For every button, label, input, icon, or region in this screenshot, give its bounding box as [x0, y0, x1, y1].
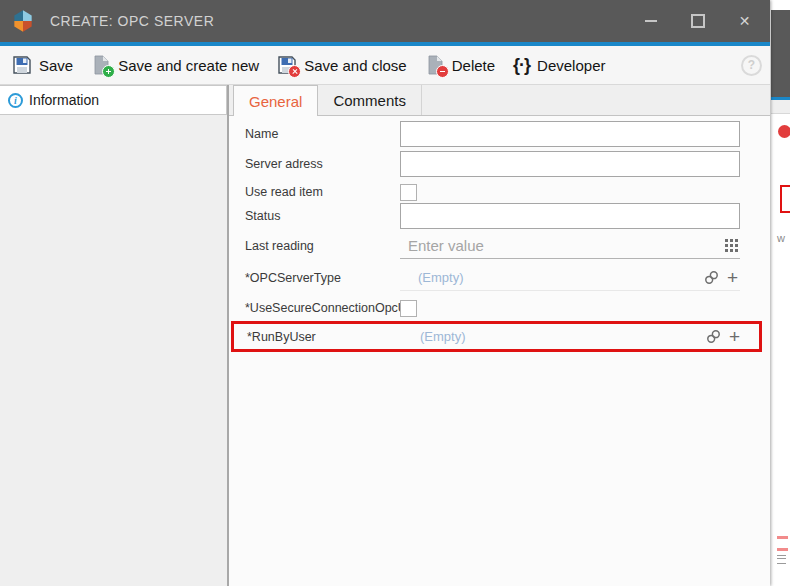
save-and-close-button[interactable]: Save and close	[269, 50, 415, 80]
main-area: i Information General Comments Name Serv…	[0, 85, 770, 586]
app-logo-cube-icon	[10, 8, 36, 34]
server-adress-input[interactable]	[400, 151, 740, 177]
information-tab-label: Information	[29, 92, 99, 108]
last-reading-input[interactable]	[400, 237, 725, 254]
help-icon[interactable]: ?	[741, 55, 762, 76]
background-menu-icon-fragment	[777, 555, 786, 564]
name-label: Name	[245, 127, 400, 141]
developer-label: Developer	[537, 57, 605, 74]
developer-braces-icon: {·}	[513, 56, 530, 74]
window-controls: ✕	[627, 0, 768, 42]
minimize-button[interactable]	[627, 0, 674, 42]
toolbar: Save Save and create new	[0, 46, 770, 85]
save-close-floppy-icon	[277, 55, 297, 75]
developer-button[interactable]: {·} Developer	[505, 50, 613, 80]
link-icon[interactable]	[706, 329, 721, 344]
window-title: CREATE: OPC SERVER	[50, 12, 214, 30]
form-row-name: Name	[229, 121, 770, 147]
runbyuser-field[interactable]: (Empty) +	[402, 324, 742, 350]
content-column: General Comments Name Server adress Use …	[229, 85, 770, 586]
grid-picker-icon[interactable]	[725, 239, 738, 252]
server-adress-label: Server adress	[245, 157, 400, 171]
background-red-dash-fragment	[777, 536, 788, 539]
save-button[interactable]: Save	[4, 50, 81, 80]
close-button[interactable]: ✕	[721, 0, 768, 42]
form-row-server-adress: Server adress	[229, 151, 770, 177]
save-and-close-label: Save and close	[304, 57, 407, 74]
link-icon[interactable]	[704, 270, 719, 285]
use-read-item-checkbox[interactable]	[400, 184, 417, 201]
opcservertype-label: *OPCServerType	[245, 271, 400, 285]
close-icon: ✕	[739, 13, 751, 29]
title-bar: CREATE: OPC SERVER ✕	[0, 0, 770, 42]
opcservertype-field[interactable]: (Empty) +	[400, 265, 740, 291]
runbyuser-label: *RunByUser	[247, 330, 402, 344]
background-text-fragment: w	[777, 232, 785, 244]
background-red-bracket-fragment	[780, 185, 790, 213]
maximize-button[interactable]	[674, 0, 721, 42]
delete-page-icon	[425, 55, 445, 75]
plus-badge-icon	[102, 65, 115, 78]
save-and-create-new-label: Save and create new	[118, 57, 259, 74]
save-floppy-icon	[12, 55, 32, 75]
cross-badge-icon	[288, 65, 301, 78]
background-red-icon-fragment	[778, 125, 790, 138]
tab-row: General Comments	[229, 85, 770, 116]
background-window-sliver: w	[771, 0, 790, 586]
save-new-page-icon	[91, 55, 111, 75]
maximize-icon	[691, 14, 705, 28]
sidebar-tab-information[interactable]: i Information	[0, 85, 227, 115]
last-reading-field	[400, 233, 740, 259]
delete-button[interactable]: Delete	[417, 50, 503, 80]
form-row-opcservertype: *OPCServerType (Empty) +	[229, 265, 770, 291]
background-red-dash-fragment	[777, 548, 788, 551]
last-reading-label: Last reading	[245, 239, 400, 253]
form-row-use-read-item: Use read item	[229, 181, 770, 203]
runbyuser-highlight-box: *RunByUser (Empty) +	[231, 321, 762, 352]
usesecureconnectionopcua-checkbox[interactable]	[400, 300, 417, 317]
status-label: Status	[245, 209, 400, 223]
sidebar: i Information	[0, 85, 229, 586]
runbyuser-value: (Empty)	[402, 329, 706, 344]
tab-general[interactable]: General	[233, 85, 318, 116]
use-read-item-label: Use read item	[245, 185, 400, 199]
name-input[interactable]	[400, 121, 740, 147]
delete-label: Delete	[452, 57, 495, 74]
form-panel: Name Server adress Use read item Status	[229, 116, 770, 586]
background-titlebar-fragment	[771, 10, 790, 97]
info-icon: i	[8, 93, 23, 108]
status-input[interactable]	[400, 203, 740, 229]
save-label: Save	[39, 57, 73, 74]
add-icon[interactable]: +	[727, 268, 738, 287]
form-row-status: Status	[229, 203, 770, 229]
form-row-usesecureconnectionopcua: *UseSecureConnectionOpcUA	[229, 297, 770, 319]
form-row-last-reading: Last reading	[229, 233, 770, 259]
create-opc-server-dialog: CREATE: OPC SERVER ✕ Save	[0, 0, 770, 586]
usesecureconnectionopcua-label: *UseSecureConnectionOpcUA	[245, 301, 400, 315]
opcservertype-value: (Empty)	[400, 270, 704, 285]
tab-comments[interactable]: Comments	[318, 85, 422, 115]
minimize-icon	[645, 20, 657, 22]
background-toolbar-fragment	[771, 100, 790, 114]
add-icon[interactable]: +	[729, 327, 740, 346]
save-and-create-new-button[interactable]: Save and create new	[83, 50, 267, 80]
minus-badge-icon	[436, 65, 449, 78]
